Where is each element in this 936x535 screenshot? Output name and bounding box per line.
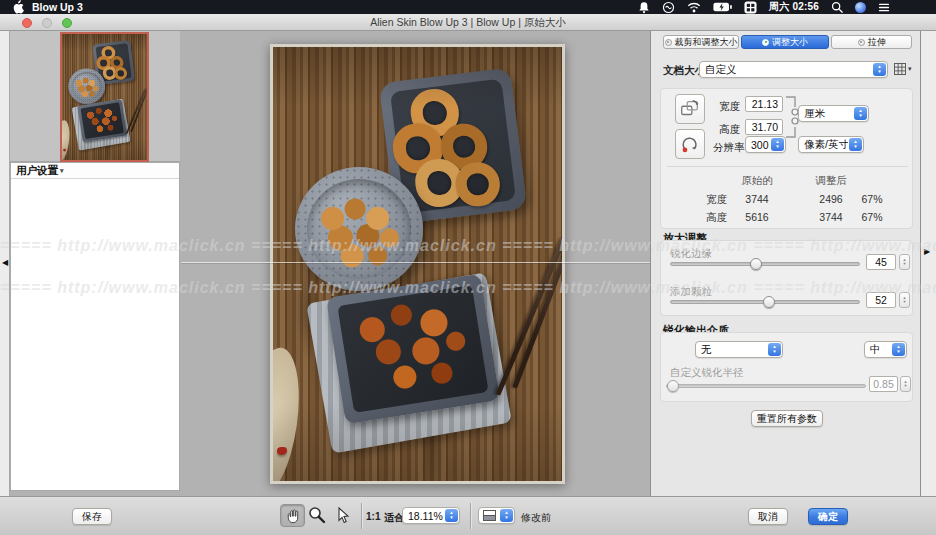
- preview-photo[interactable]: [62, 34, 147, 160]
- width-input[interactable]: 21.13: [745, 96, 783, 112]
- sharpen-edges-label: 锐化边缘: [670, 247, 712, 261]
- window-titlebar: Alien Skin Blow Up 3 | Blow Up | 原始大小: [0, 14, 936, 31]
- preview-mode-dropdown[interactable]: ▲▼: [478, 507, 515, 524]
- zoom-tool-button[interactable]: [308, 506, 326, 524]
- window-title: Alien Skin Blow Up 3 | Blow Up | 原始大小: [0, 16, 936, 30]
- actual-size-button[interactable]: 1:1: [366, 511, 380, 522]
- dropdown-stepper-icon: ▲▼: [873, 63, 886, 76]
- toolbar-divider: [361, 503, 362, 529]
- sharpen-edges-value[interactable]: 45: [866, 254, 896, 270]
- wifi-icon[interactable]: [687, 2, 701, 13]
- rotate-pages-icon: [679, 98, 701, 120]
- custom-radius-slider[interactable]: [666, 384, 866, 388]
- bell-icon[interactable]: [638, 1, 650, 14]
- slider-thumb[interactable]: [667, 380, 679, 392]
- thumbnail-photo-slot: [62, 34, 147, 160]
- spotlight-search-icon[interactable]: [831, 1, 843, 13]
- output-strength-dropdown[interactable]: 中 ▲▼: [864, 341, 907, 358]
- siri-icon[interactable]: [855, 2, 866, 13]
- beige-cloth: [62, 119, 72, 160]
- menubar-status-area: 周六 02:56: [638, 0, 890, 14]
- preview-photo[interactable]: [270, 44, 565, 484]
- swirl-status-icon[interactable]: [662, 1, 675, 14]
- notification-center-icon[interactable]: [878, 2, 890, 13]
- document-size-dropdown[interactable]: 自定义 ▲▼: [699, 61, 888, 78]
- custom-radius-label: 自定义锐化半径: [670, 366, 744, 380]
- preview-canvas[interactable]: [181, 31, 650, 496]
- chopstick: [131, 86, 147, 132]
- grid-icon: [894, 63, 906, 75]
- unit-dropdown[interactable]: 厘米 ▲▼: [798, 105, 869, 122]
- slider-thumb[interactable]: [763, 296, 775, 308]
- chevron-down-icon: ▾: [908, 65, 912, 73]
- numeric-stepper-icon[interactable]: ▲▼: [899, 254, 910, 270]
- screen: Blow Up 3 周六 02:56: [0, 0, 936, 535]
- column-original: 原始的: [737, 174, 777, 188]
- radio-icon: [665, 39, 672, 46]
- orientation-button[interactable]: [675, 94, 705, 124]
- add-grain-value[interactable]: 52: [866, 292, 896, 308]
- dropdown-stepper-icon: ▲▼: [771, 138, 784, 151]
- fried-dish: [82, 104, 122, 137]
- output-group: 无 ▲▼ 中 ▲▼ 自定义锐化半径 0.85 ▲▼: [660, 332, 913, 402]
- toolbar-divider: [470, 503, 471, 529]
- apple-menu-icon[interactable]: [12, 0, 24, 14]
- preview-photo-position: [270, 44, 565, 484]
- height-input[interactable]: 31.70: [745, 119, 783, 135]
- arrow-tool-button[interactable]: [335, 506, 352, 524]
- settings-panel: 裁剪和调整大小 调整大小 拉伸 文档大小 自定义 ▲▼ ▾ 宽度 21.13 高…: [650, 31, 920, 496]
- resample-loop-icon: [679, 133, 701, 155]
- hand-tool-button[interactable]: [280, 504, 305, 527]
- macos-menubar: Blow Up 3 周六 02:56: [0, 0, 936, 14]
- collapse-left-panel-arrow-icon[interactable]: ◀: [2, 258, 8, 267]
- tab-resize[interactable]: 调整大小: [741, 35, 829, 49]
- slider-thumb[interactable]: [750, 258, 762, 270]
- dropdown-stepper-icon: ▲▼: [892, 343, 905, 356]
- reset-all-button[interactable]: 重置所有参数: [751, 410, 823, 427]
- chevron-down-icon: ▾: [60, 167, 64, 175]
- custom-radius-value[interactable]: 0.85: [869, 376, 898, 392]
- split-preview-icon: [483, 510, 496, 521]
- resolution-unit-dropdown[interactable]: 像素/英寸 ▲▼: [798, 136, 864, 153]
- fried-dish: [344, 290, 482, 406]
- tab-stretch[interactable]: 拉伸: [831, 35, 912, 49]
- tab-crop-and-resize[interactable]: 裁剪和调整大小: [663, 35, 739, 49]
- navigator-thumbnail[interactable]: [60, 32, 149, 162]
- radio-icon: [762, 39, 769, 46]
- save-button[interactable]: 保存: [72, 508, 112, 525]
- numeric-stepper-icon[interactable]: ▲▼: [900, 376, 911, 392]
- resolution-dropdown[interactable]: 300 ▲▼: [745, 136, 786, 153]
- divider: [667, 166, 908, 167]
- menubar-app-name[interactable]: Blow Up 3: [32, 1, 83, 13]
- dropdown-stepper-icon: ▲▼: [849, 138, 862, 151]
- height-adjusted-value: 3744: [809, 211, 853, 223]
- sharpen-edges-slider[interactable]: [670, 262, 860, 266]
- add-grain-label: 添加颗粒: [670, 285, 712, 299]
- battery-charging-icon[interactable]: [713, 2, 732, 12]
- height-original-value: 5616: [737, 211, 777, 223]
- output-medium-dropdown[interactable]: 无 ▲▼: [695, 341, 783, 358]
- dropdown-stepper-icon: ▲▼: [768, 343, 781, 356]
- user-settings-header[interactable]: 用户设置 ▾: [11, 163, 179, 179]
- add-grain-slider[interactable]: [670, 300, 860, 304]
- numeric-stepper-icon[interactable]: ▲▼: [899, 292, 910, 308]
- column-adjusted: 调整后: [809, 174, 853, 188]
- input-method-icon[interactable]: [744, 1, 757, 14]
- collapse-right-panel-arrow-icon[interactable]: ▶: [924, 247, 930, 256]
- fit-button[interactable]: 适合: [384, 511, 404, 525]
- zoom-level-dropdown[interactable]: 18.11% ▲▼: [402, 507, 460, 524]
- preview-split-line[interactable]: [181, 262, 650, 263]
- width-percent-value: 67%: [855, 193, 889, 205]
- size-presets-menu-button[interactable]: ▾: [894, 63, 912, 75]
- slate-plate: [77, 99, 127, 142]
- height-label: 高度: [719, 123, 740, 137]
- height-percent-value: 67%: [855, 211, 889, 223]
- dropdown-stepper-icon: ▲▼: [854, 107, 867, 120]
- ok-button[interactable]: 确定: [808, 508, 848, 525]
- cancel-button[interactable]: 取消: [748, 508, 788, 525]
- menubar-clock[interactable]: 周六 02:56: [769, 0, 819, 14]
- width-adjusted-value: 2496: [809, 193, 853, 205]
- resample-button[interactable]: [675, 129, 705, 159]
- hand-icon: [285, 507, 301, 524]
- before-label: 修改前: [521, 511, 551, 525]
